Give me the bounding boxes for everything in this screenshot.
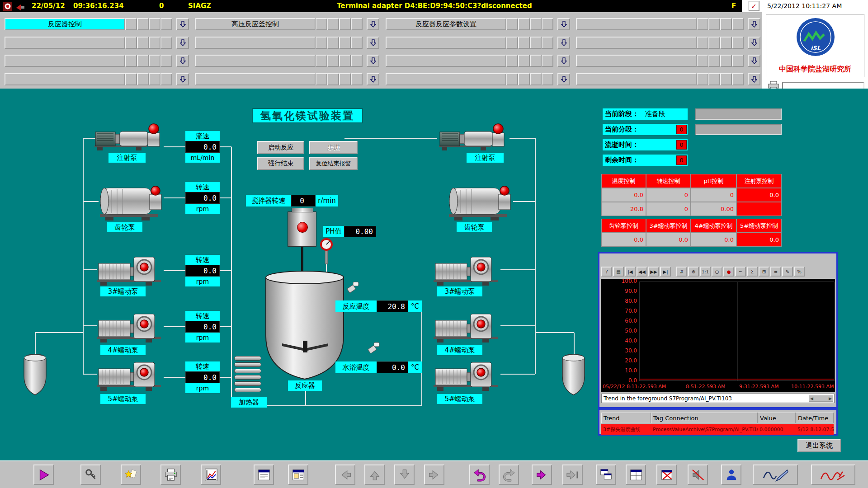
menu-small-button[interactable] — [137, 37, 149, 49]
menu-dropdown-button[interactable] — [367, 37, 379, 49]
menu-small-button[interactable] — [530, 55, 542, 67]
menu-small-button[interactable] — [149, 55, 160, 67]
menu-small-button[interactable] — [160, 37, 172, 49]
alarm-horn-icon[interactable] — [15, 1, 25, 13]
pump-right-2[interactable] — [445, 182, 513, 224]
menu-button[interactable] — [5, 55, 125, 67]
menu-small-button[interactable] — [316, 37, 327, 49]
pump-right-5[interactable] — [432, 359, 500, 394]
trend-chart-button[interactable] — [201, 465, 221, 485]
sound-blocked-button[interactable] — [688, 465, 708, 485]
trend-plot[interactable] — [639, 282, 835, 381]
menu-small-button[interactable] — [530, 18, 542, 30]
trend-tool-stop[interactable]: ● — [723, 267, 734, 277]
start-reaction-button[interactable]: 启动反应 — [257, 141, 304, 154]
menu-small-button[interactable] — [351, 55, 363, 67]
menu-small-button[interactable] — [542, 73, 553, 85]
menu-small-button[interactable] — [137, 73, 149, 85]
menu-small-button[interactable] — [125, 73, 137, 85]
menu-small-button[interactable] — [542, 55, 553, 67]
window-1-button[interactable] — [596, 465, 616, 485]
menu-small-button[interactable] — [316, 18, 327, 30]
signature-blue-button[interactable] — [753, 465, 798, 485]
menu-small-button[interactable] — [339, 18, 351, 30]
menu-small-button[interactable] — [125, 18, 137, 30]
menu-small-button[interactable] — [542, 37, 553, 49]
reset-alarm-button[interactable]: 复位结束报警 — [309, 157, 358, 170]
menu-small-button[interactable] — [530, 37, 542, 49]
menu-dropdown-button[interactable] — [557, 73, 570, 85]
trend-scrollbar[interactable]: ◀▶ — [809, 395, 833, 402]
trend-tool-print[interactable]: ≡ — [770, 267, 781, 277]
menu-small-button[interactable] — [327, 37, 339, 49]
menu-dropdown-button[interactable] — [748, 73, 760, 85]
trend-tool-percent[interactable]: % — [794, 267, 805, 277]
trend-cursor[interactable] — [737, 282, 737, 380]
menu-small-button[interactable] — [149, 37, 160, 49]
ack-check-icon[interactable]: ✓ — [748, 1, 760, 11]
menu-small-button[interactable] — [351, 37, 363, 49]
legend-header[interactable]: Value — [758, 413, 796, 423]
trend-tool-grid[interactable]: # — [676, 267, 687, 277]
menu-small-button[interactable] — [506, 55, 518, 67]
menu-small-button[interactable] — [506, 18, 518, 30]
menu-small-button[interactable] — [339, 37, 351, 49]
menu-small-button[interactable] — [339, 55, 351, 67]
menu-small-button[interactable] — [708, 55, 720, 67]
menu-small-button[interactable] — [708, 37, 720, 49]
menu-small-button[interactable] — [160, 73, 172, 85]
trend-tool-zoom[interactable]: ⊕ — [688, 267, 699, 277]
pump-left-5[interactable] — [95, 359, 164, 394]
legend-header[interactable]: Tag Connection — [651, 413, 758, 423]
trend-tool-panels[interactable]: ▤ — [613, 267, 624, 277]
menu-small-button[interactable] — [697, 18, 708, 30]
menu-button[interactable] — [576, 18, 697, 30]
alarm-jump-button[interactable] — [532, 465, 552, 485]
menu-button[interactable] — [386, 73, 506, 85]
menu-button[interactable]: 反应器反应参数设置 — [386, 18, 506, 30]
menu-small-button[interactable] — [518, 37, 530, 49]
pump-right-4[interactable] — [432, 310, 500, 346]
menu-small-button[interactable] — [720, 55, 732, 67]
menu-small-button[interactable] — [125, 37, 137, 49]
menu-small-button[interactable] — [697, 55, 708, 67]
user-info-button[interactable] — [721, 465, 741, 485]
menu-dropdown-button[interactable] — [176, 37, 189, 49]
menu-dropdown-button[interactable] — [367, 55, 379, 67]
menu-button[interactable] — [576, 55, 697, 67]
menu-dropdown-button[interactable] — [557, 55, 570, 67]
menu-small-button[interactable] — [316, 55, 327, 67]
menu-small-button[interactable] — [351, 73, 363, 85]
menu-button[interactable] — [5, 73, 125, 85]
menu-small-button[interactable] — [327, 18, 339, 30]
pump-right-3[interactable] — [432, 253, 500, 289]
menu-dropdown-button[interactable] — [557, 18, 570, 30]
trend-tool-back[interactable]: ◀◀ — [637, 267, 647, 277]
nav-back-button[interactable] — [335, 465, 355, 485]
trend-tool-one2one[interactable]: 1:1 — [700, 267, 711, 277]
next-jump-button[interactable] — [562, 465, 583, 485]
trend-tool-annotate[interactable]: ✎ — [782, 267, 793, 277]
menu-small-button[interactable] — [125, 55, 137, 67]
app-icon[interactable] — [3, 1, 13, 13]
signature-red-button[interactable] — [811, 465, 855, 485]
menu-small-button[interactable] — [732, 37, 744, 49]
pump-left-2[interactable] — [96, 182, 164, 224]
menu-small-button[interactable] — [160, 55, 172, 67]
menu-small-button[interactable] — [506, 37, 518, 49]
menu-small-button[interactable] — [697, 37, 708, 49]
trend-tool-last[interactable]: ▶| — [660, 267, 671, 277]
menu-small-button[interactable] — [530, 73, 542, 85]
redo-button[interactable] — [499, 465, 519, 485]
menu-button[interactable]: 反应器控制 — [5, 18, 125, 30]
menu-dropdown-button[interactable] — [748, 18, 760, 30]
menu-dropdown-button[interactable] — [176, 18, 189, 30]
menu-dropdown-button[interactable] — [367, 73, 379, 85]
menu-button[interactable] — [576, 37, 697, 49]
menu-small-button[interactable] — [732, 55, 744, 67]
menu-button[interactable] — [195, 55, 316, 67]
menu-small-button[interactable] — [149, 73, 160, 85]
menu-small-button[interactable] — [160, 18, 172, 30]
menu-small-button[interactable] — [732, 18, 744, 30]
menu-small-button[interactable] — [708, 73, 720, 85]
